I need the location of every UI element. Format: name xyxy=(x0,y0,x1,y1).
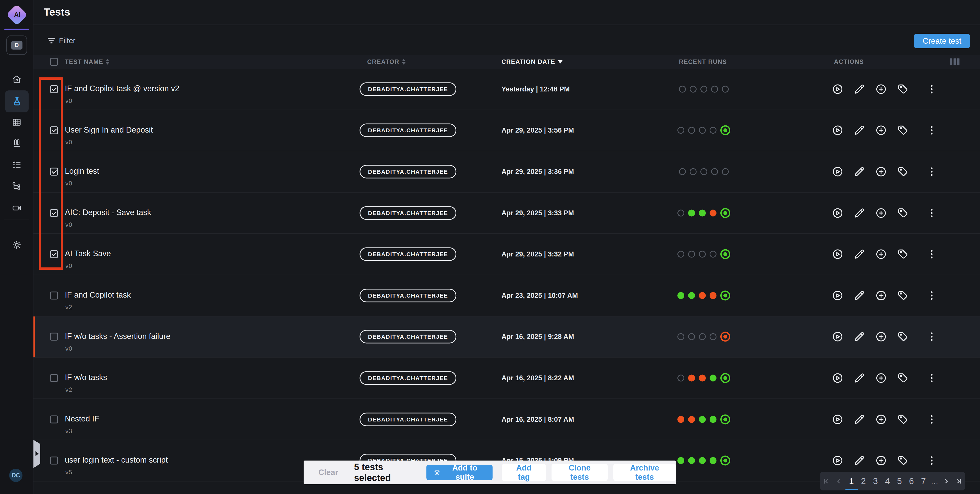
run-status-dot-pass[interactable] xyxy=(688,457,695,464)
pagination-page-5[interactable]: 5 xyxy=(893,476,905,486)
sidebar-item-settings[interactable] xyxy=(0,240,33,250)
more-options-kebab-icon[interactable] xyxy=(926,289,938,301)
run-status-dot-fail[interactable] xyxy=(688,374,695,381)
pagination-page-4[interactable]: 4 xyxy=(881,476,893,486)
run-test-play-icon[interactable] xyxy=(832,289,844,301)
tag-icon[interactable] xyxy=(897,83,909,95)
edit-pencil-icon[interactable] xyxy=(853,372,865,384)
run-status-dot-pass[interactable] xyxy=(688,209,695,216)
run-status-dot-empty[interactable] xyxy=(688,333,695,340)
run-status-dot-empty[interactable] xyxy=(678,333,684,340)
run-status-dot-pass-ring[interactable] xyxy=(720,373,730,383)
run-status-dot-fail-ring[interactable] xyxy=(720,332,730,342)
table-row[interactable]: Login test v0 DEBADITYA.CHATTERJEE Apr 2… xyxy=(33,151,980,193)
sidebar-expand-handle[interactable] xyxy=(33,440,40,468)
test-name[interactable]: Nested IF xyxy=(65,414,99,424)
run-status-dot-pass[interactable] xyxy=(699,416,706,423)
add-plus-icon[interactable] xyxy=(875,372,887,384)
more-options-kebab-icon[interactable] xyxy=(926,248,938,260)
add-plus-icon[interactable] xyxy=(875,413,887,425)
run-status-dot-fail[interactable] xyxy=(678,416,684,423)
run-status-dot-fail[interactable] xyxy=(699,292,706,299)
edit-pencil-icon[interactable] xyxy=(853,289,865,301)
tag-icon[interactable] xyxy=(897,124,909,136)
edit-pencil-icon[interactable] xyxy=(853,248,865,260)
row-checkbox[interactable] xyxy=(50,457,58,465)
run-test-play-icon[interactable] xyxy=(832,372,844,384)
run-test-play-icon[interactable] xyxy=(832,331,844,343)
add-plus-icon[interactable] xyxy=(875,331,887,343)
test-name[interactable]: IF w/o tasks xyxy=(65,373,107,382)
edit-pencil-icon[interactable] xyxy=(853,166,865,177)
more-options-kebab-icon[interactable] xyxy=(926,372,938,384)
run-status-dot-pass[interactable] xyxy=(710,457,716,464)
run-status-dot-pass-ring[interactable] xyxy=(720,414,730,424)
run-status-dot-empty[interactable] xyxy=(690,168,697,175)
run-status-dot-pass[interactable] xyxy=(688,292,695,299)
run-status-dot-pass-ring[interactable] xyxy=(720,456,730,466)
add-plus-icon[interactable] xyxy=(875,166,887,177)
run-status-dot-pass[interactable] xyxy=(710,374,716,381)
more-options-kebab-icon[interactable] xyxy=(926,207,938,219)
run-status-dot-pass[interactable] xyxy=(699,457,706,464)
run-status-dot-empty[interactable] xyxy=(722,86,729,92)
test-name[interactable]: AI Task Save xyxy=(65,249,111,258)
run-test-play-icon[interactable] xyxy=(832,166,844,177)
table-row[interactable]: Nested IF v3 DEBADITYA.CHATTERJEE Apr 16… xyxy=(33,399,980,440)
run-status-dot-empty[interactable] xyxy=(678,127,684,134)
run-status-dot-empty[interactable] xyxy=(699,251,706,258)
more-options-kebab-icon[interactable] xyxy=(926,413,938,425)
table-row[interactable]: IF w/o tasks v2 DEBADITYA.CHATTERJEE Apr… xyxy=(33,358,980,399)
run-test-play-icon[interactable] xyxy=(832,413,844,425)
add-plus-icon[interactable] xyxy=(875,124,887,136)
pagination-last-button[interactable] xyxy=(953,473,965,489)
run-status-dot-pass-ring[interactable] xyxy=(720,126,730,135)
more-options-kebab-icon[interactable] xyxy=(926,166,938,177)
table-row[interactable]: User Sign In and Deposit v0 DEBADITYA.CH… xyxy=(33,110,980,151)
pagination-page-2[interactable]: 2 xyxy=(858,476,869,486)
sidebar-item-suites[interactable] xyxy=(0,138,33,148)
filter-button[interactable]: Filter xyxy=(48,34,75,47)
pagination-page-6[interactable]: 6 xyxy=(905,476,918,486)
add-plus-icon[interactable] xyxy=(875,83,887,95)
pagination-first-button[interactable] xyxy=(820,473,832,489)
table-row[interactable]: AI Task Save v0 DEBADITYA.CHATTERJEE Apr… xyxy=(33,234,980,275)
table-row[interactable]: IF w/o tasks - Assertion failure v0 DEBA… xyxy=(33,317,980,358)
workspace-switcher[interactable]: D xyxy=(6,35,27,55)
run-status-dot-empty[interactable] xyxy=(678,251,684,258)
tag-icon[interactable] xyxy=(897,413,909,425)
run-status-dot-pass[interactable] xyxy=(710,416,716,423)
pagination-next-button[interactable] xyxy=(941,473,953,489)
sidebar-item-recordings[interactable] xyxy=(0,203,33,213)
add-plus-icon[interactable] xyxy=(875,455,887,467)
sidebar-item-test-plans[interactable] xyxy=(0,159,33,170)
edit-pencil-icon[interactable] xyxy=(853,455,865,467)
pagination-page-1[interactable]: 1 xyxy=(845,476,858,486)
row-checkbox[interactable] xyxy=(50,292,58,300)
run-status-dot-empty[interactable] xyxy=(722,168,729,175)
run-status-dot-pass[interactable] xyxy=(678,292,684,299)
run-status-dot-empty[interactable] xyxy=(710,251,716,258)
run-status-dot-fail[interactable] xyxy=(710,209,716,216)
archive-tests-button[interactable]: Archive tests xyxy=(613,464,676,481)
pagination-page-3[interactable]: 3 xyxy=(869,476,881,486)
edit-pencil-icon[interactable] xyxy=(853,413,865,425)
run-status-dot-pass-ring[interactable] xyxy=(720,208,730,218)
run-status-dot-fail[interactable] xyxy=(710,292,716,299)
add-to-suite-button[interactable]: Add to suite xyxy=(426,465,493,480)
tag-icon[interactable] xyxy=(897,207,909,219)
run-status-dot-pass[interactable] xyxy=(678,457,684,464)
run-test-play-icon[interactable] xyxy=(832,124,844,136)
test-name[interactable]: IF w/o tasks - Assertion failure xyxy=(65,332,170,341)
run-status-dot-empty[interactable] xyxy=(690,86,697,92)
row-checkbox[interactable] xyxy=(50,333,58,341)
clear-selection-button[interactable]: Clear xyxy=(318,468,338,477)
test-name[interactable]: Login test xyxy=(65,167,99,176)
run-status-dot-empty[interactable] xyxy=(678,209,684,216)
user-avatar[interactable]: DC xyxy=(9,469,22,482)
pagination-page-7[interactable]: 7 xyxy=(918,476,929,486)
edit-pencil-icon[interactable] xyxy=(853,124,865,136)
column-header-creator[interactable]: CREATOR xyxy=(367,58,406,65)
run-status-dot-empty[interactable] xyxy=(688,251,695,258)
table-row[interactable]: IF and Copilot task v2 DEBADITYA.CHATTER… xyxy=(33,275,980,317)
